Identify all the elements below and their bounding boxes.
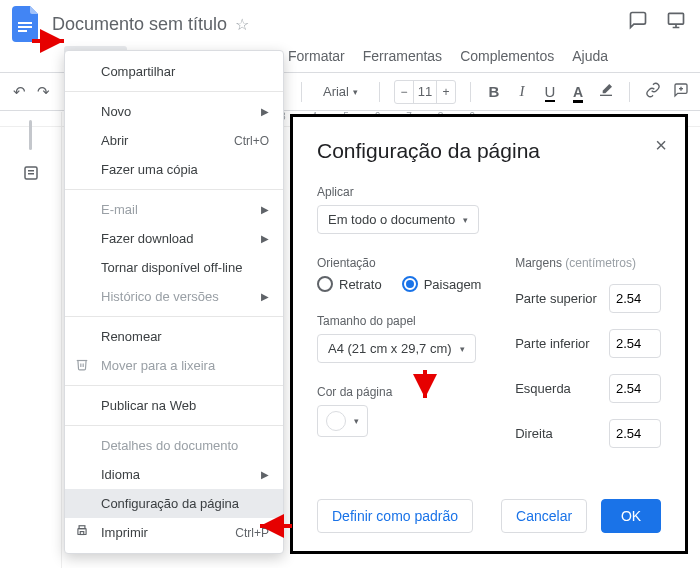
ok-button[interactable]: OK bbox=[601, 499, 661, 533]
orientation-portrait-radio[interactable]: Retrato bbox=[317, 276, 382, 292]
margin-right-input[interactable] bbox=[609, 419, 661, 448]
close-icon[interactable]: × bbox=[655, 135, 667, 155]
menu-item-label: Detalhes do documento bbox=[101, 438, 238, 453]
outline-icon[interactable] bbox=[22, 164, 40, 186]
redo-icon[interactable]: ↷ bbox=[34, 83, 52, 101]
file-menu-e-mail: E-mail▶ bbox=[65, 195, 283, 224]
chevron-right-icon: ▶ bbox=[261, 204, 269, 215]
dialog-title: Configuração da página bbox=[317, 139, 661, 163]
link-icon[interactable] bbox=[644, 82, 662, 101]
print-icon bbox=[75, 524, 89, 541]
menu-item-label: Publicar na Web bbox=[101, 398, 196, 413]
comments-icon[interactable] bbox=[628, 10, 648, 33]
chevron-right-icon: ▶ bbox=[261, 469, 269, 480]
outline-handle[interactable] bbox=[29, 120, 32, 150]
chevron-right-icon: ▶ bbox=[261, 106, 269, 117]
shortcut-label: Ctrl+O bbox=[234, 134, 269, 148]
highlight-icon[interactable] bbox=[597, 82, 615, 101]
menu-item-label: Idioma bbox=[101, 467, 140, 482]
file-menu-renomear[interactable]: Renomear bbox=[65, 322, 283, 351]
chevron-right-icon: ▶ bbox=[261, 233, 269, 244]
file-menu-mover-para-a-lixeira: Mover para a lixeira bbox=[65, 351, 283, 380]
svg-rect-11 bbox=[79, 526, 85, 529]
svg-rect-4 bbox=[600, 95, 612, 96]
svg-rect-0 bbox=[18, 22, 32, 24]
page-color-label: Cor da página bbox=[317, 385, 495, 399]
margin-top-label: Parte superior bbox=[515, 291, 597, 306]
menu-ajuda[interactable]: Ajuda bbox=[564, 46, 616, 66]
menu-item-label: Fazer download bbox=[101, 231, 194, 246]
annotation-arrow-landscape bbox=[414, 368, 436, 407]
margin-bottom-input[interactable] bbox=[609, 329, 661, 358]
menu-complementos[interactable]: Complementos bbox=[452, 46, 562, 66]
menu-item-label: Renomear bbox=[101, 329, 162, 344]
text-color-icon[interactable]: A bbox=[569, 83, 587, 100]
svg-rect-3 bbox=[669, 13, 684, 24]
font-size-inc[interactable]: + bbox=[437, 81, 455, 103]
orientation-label: Orientação bbox=[317, 256, 495, 270]
undo-icon[interactable]: ↶ bbox=[10, 83, 28, 101]
font-size-dec[interactable]: − bbox=[395, 81, 413, 103]
menu-item-label: Configuração da página bbox=[101, 496, 239, 511]
svg-rect-1 bbox=[18, 26, 32, 28]
menu-item-label: Imprimir bbox=[101, 525, 148, 540]
font-family-dropdown[interactable]: Arial▾ bbox=[316, 80, 365, 103]
menu-item-label: Histórico de versões bbox=[101, 289, 219, 304]
italic-icon[interactable]: I bbox=[513, 83, 531, 100]
font-size-value[interactable]: 11 bbox=[413, 81, 437, 103]
file-menu-hist-rico-de-vers-es: Histórico de versões▶ bbox=[65, 282, 283, 311]
set-default-button[interactable]: Definir como padrão bbox=[317, 499, 473, 533]
menu-item-label: Mover para a lixeira bbox=[101, 358, 215, 373]
cancel-button[interactable]: Cancelar bbox=[501, 499, 587, 533]
bold-icon[interactable]: B bbox=[485, 83, 503, 100]
file-menu-imprimir[interactable]: ImprimirCtrl+P bbox=[65, 518, 283, 547]
file-menu-idioma[interactable]: Idioma▶ bbox=[65, 460, 283, 489]
present-icon[interactable] bbox=[666, 10, 686, 33]
page-color-dropdown[interactable]: ▾ bbox=[317, 405, 368, 437]
file-menu-fazer-download[interactable]: Fazer download▶ bbox=[65, 224, 283, 253]
file-menu-tornar-dispon-vel-off-line[interactable]: Tornar disponível off-line bbox=[65, 253, 283, 282]
star-icon[interactable]: ☆ bbox=[235, 15, 249, 34]
font-size-stepper[interactable]: − 11 + bbox=[394, 80, 456, 104]
file-menu-dropdown: CompartilharNovo▶AbrirCtrl+OFazer uma có… bbox=[64, 50, 284, 554]
file-menu-detalhes-do-documento: Detalhes do documento bbox=[65, 431, 283, 460]
menu-item-label: Novo bbox=[101, 104, 131, 119]
doc-title[interactable]: Documento sem título bbox=[52, 14, 227, 35]
file-menu-compartilhar[interactable]: Compartilhar bbox=[65, 57, 283, 86]
apply-label: Aplicar bbox=[317, 185, 661, 199]
file-menu-configura-o-da-p-gina[interactable]: Configuração da página bbox=[65, 489, 283, 518]
margin-left-label: Esquerda bbox=[515, 381, 571, 396]
svg-rect-12 bbox=[80, 532, 84, 535]
margin-top-input[interactable] bbox=[609, 284, 661, 313]
file-menu-publicar-na-web[interactable]: Publicar na Web bbox=[65, 391, 283, 420]
file-menu-novo[interactable]: Novo▶ bbox=[65, 97, 283, 126]
menu-item-label: Fazer uma cópia bbox=[101, 162, 198, 177]
underline-icon[interactable]: U bbox=[541, 83, 559, 100]
annotation-arrow-file-menu bbox=[30, 30, 70, 55]
margins-label: Margens (centímetros) bbox=[515, 256, 661, 270]
svg-rect-2 bbox=[18, 30, 27, 32]
orientation-landscape-radio[interactable]: Paisagem bbox=[402, 276, 482, 292]
comment-add-icon[interactable] bbox=[672, 82, 690, 101]
menu-ferramentas[interactable]: Ferramentas bbox=[355, 46, 450, 66]
menu-item-label: Tornar disponível off-line bbox=[101, 260, 242, 275]
menu-item-label: E-mail bbox=[101, 202, 138, 217]
margin-right-label: Direita bbox=[515, 426, 553, 441]
menu-item-label: Abrir bbox=[101, 133, 128, 148]
apply-dropdown[interactable]: Em todo o documento▾ bbox=[317, 205, 479, 234]
page-setup-dialog: × Configuração da página Aplicar Em todo… bbox=[290, 114, 688, 554]
file-menu-abrir[interactable]: AbrirCtrl+O bbox=[65, 126, 283, 155]
annotation-arrow-page-setup bbox=[254, 515, 294, 540]
paper-size-label: Tamanho do papel bbox=[317, 314, 495, 328]
menu-formatar[interactable]: Formatar bbox=[280, 46, 353, 66]
chevron-right-icon: ▶ bbox=[261, 291, 269, 302]
left-gutter bbox=[0, 112, 62, 568]
color-swatch bbox=[326, 411, 346, 431]
paper-size-dropdown[interactable]: A4 (21 cm x 29,7 cm)▾ bbox=[317, 334, 476, 363]
margin-bottom-label: Parte inferior bbox=[515, 336, 589, 351]
trash-icon bbox=[75, 357, 89, 374]
margin-left-input[interactable] bbox=[609, 374, 661, 403]
file-menu-fazer-uma-c-pia[interactable]: Fazer uma cópia bbox=[65, 155, 283, 184]
menu-item-label: Compartilhar bbox=[101, 64, 175, 79]
